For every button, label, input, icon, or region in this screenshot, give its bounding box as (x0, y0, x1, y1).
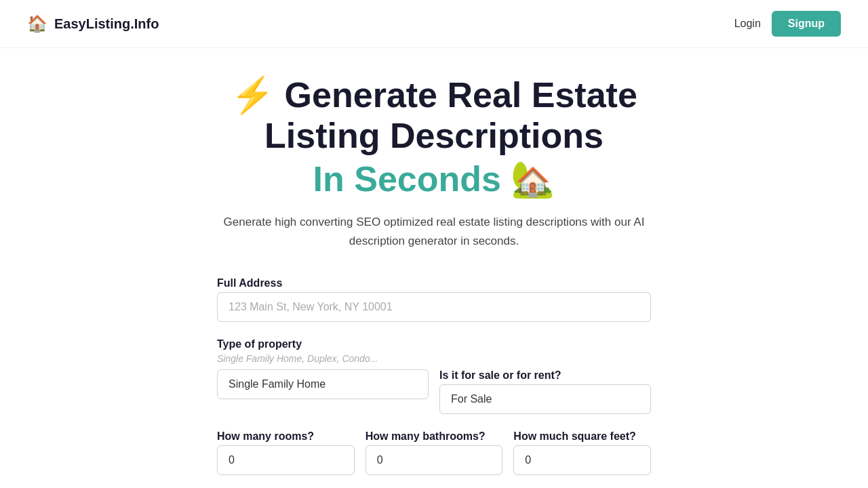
hero-line1: ⚡ Generate Real Estate (217, 75, 651, 116)
rooms-col: How many rooms? (217, 430, 355, 475)
nav-buttons: Login Signup (734, 11, 841, 37)
bathrooms-col: How many bathrooms? (366, 430, 503, 475)
property-type-col (217, 369, 429, 414)
sqft-col: How much square feet? (513, 430, 651, 475)
property-type-input[interactable] (217, 369, 429, 399)
logo: 🏠 EasyListing.Info (27, 14, 159, 33)
sale-rent-label: Is it for sale or for rent? (439, 369, 651, 382)
hero-line3: In Seconds 🏡 (217, 159, 651, 200)
property-row: Is it for sale or for rent? (217, 369, 651, 414)
sale-rent-input[interactable] (439, 384, 651, 414)
hero-title: ⚡ Generate Real Estate Listing Descripti… (217, 75, 651, 199)
bathrooms-label: How many bathrooms? (366, 430, 503, 443)
hero-subtitle: Generate high converting SEO optimized r… (217, 213, 651, 249)
metrics-group: How many rooms? How many bathrooms? How … (217, 430, 651, 475)
listing-form: Full Address Type of property Single Fam… (217, 277, 651, 488)
rooms-input[interactable] (217, 445, 355, 475)
logo-text: EasyListing.Info (54, 16, 159, 32)
sale-rent-col: Is it for sale or for rent? (439, 369, 651, 414)
metrics-row: How many rooms? How many bathrooms? How … (217, 430, 651, 475)
hero-line2: Listing Descriptions (217, 116, 651, 157)
logo-icon: 🏠 (27, 14, 47, 33)
property-type-hint: Single Family Home, Duplex, Condo... (217, 353, 651, 364)
full-address-input[interactable] (217, 292, 651, 322)
full-address-label: Full Address (217, 277, 651, 289)
full-address-group: Full Address (217, 277, 651, 322)
bathrooms-input[interactable] (366, 445, 503, 475)
property-type-group: Type of property Single Family Home, Dup… (217, 338, 651, 414)
header: 🏠 EasyListing.Info Login Signup (0, 0, 868, 48)
rooms-label: How many rooms? (217, 430, 355, 443)
sqft-label: How much square feet? (513, 430, 651, 443)
main-content: ⚡ Generate Real Estate Listing Descripti… (203, 48, 665, 488)
sqft-input[interactable] (513, 445, 651, 475)
signup-button[interactable]: Signup (772, 11, 841, 37)
property-type-label: Type of property (217, 338, 651, 350)
login-button[interactable]: Login (734, 18, 761, 30)
